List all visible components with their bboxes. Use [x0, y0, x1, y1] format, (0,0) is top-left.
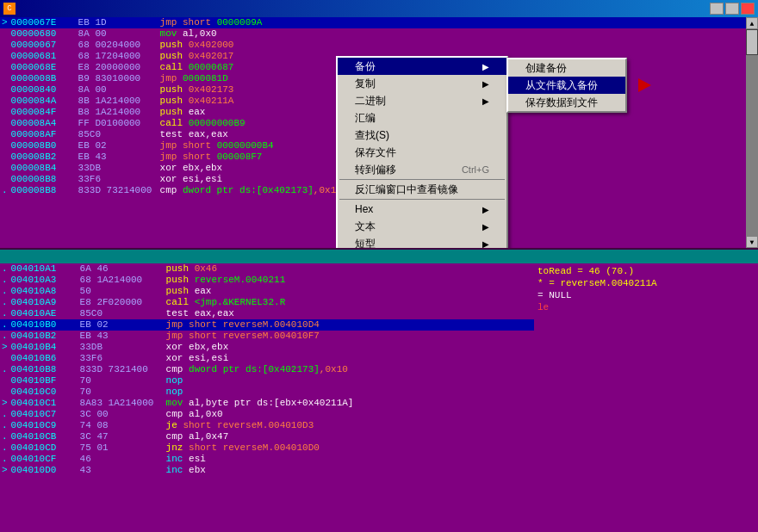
scroll-down-button[interactable]: ▼	[746, 236, 758, 248]
scroll-up-button[interactable]: ▲	[746, 17, 758, 29]
table-row[interactable]: . 004010CD 75 01 jnz short reverseM.0040…	[0, 442, 534, 454]
table-row[interactable]: > 004010B4 33DB xor ebx,ebx	[0, 342, 534, 353]
table-row[interactable]: 004010C0 70 nop	[0, 387, 534, 398]
context-menu[interactable]: 备份▶创建备份从文件载入备份保存数据到文件复制▶二进制▶汇编查找(S)保存文件转…	[336, 56, 508, 250]
table-row[interactable]: . 004010B2 EB 43 jmp short reverseM.0040…	[0, 331, 534, 342]
submenu-item-从文件载入备份[interactable]: 从文件载入备份	[508, 77, 625, 94]
row-addr: 0000068E	[9, 62, 77, 73]
maximize-button[interactable]	[725, 3, 739, 15]
row-arrow	[0, 107, 9, 118]
table-row[interactable]: > 0000067E EB 1D jmp short 0000009A	[0, 17, 758, 28]
top-scrollbar[interactable]: ▲ ▼	[746, 17, 758, 248]
row-bytes: 6A 46	[78, 263, 165, 275]
menu-item-保存文件[interactable]: 保存文件	[338, 144, 506, 161]
submenu-item-创建备份[interactable]: 创建备份	[508, 59, 625, 77]
table-row[interactable]: 00000067 68 00204000 push 0x402000	[0, 40, 758, 51]
table-row[interactable]: > 004010D0 43 inc ebx	[0, 465, 534, 476]
table-row[interactable]: . 004010B8 833D 7321400 cmp dword ptr ds…	[0, 364, 534, 375]
scroll-thumb[interactable]	[746, 29, 758, 55]
menu-item-label: 二进制	[355, 94, 386, 108]
row-bytes: 74 08	[78, 420, 165, 431]
menu-item-label: 汇编	[355, 111, 376, 126]
row-addr: 000008AF	[9, 129, 77, 140]
row-arrow	[0, 28, 9, 40]
row-arrow	[0, 152, 9, 163]
scroll-track[interactable]	[746, 29, 758, 236]
menu-shortcut: Ctrl+G	[462, 164, 489, 175]
row-addr: 004010C1	[9, 398, 78, 409]
row-asm: mov al,0x0	[158, 28, 758, 40]
submenu-arrow-icon: ▶	[482, 222, 489, 232]
table-row[interactable]: 00000680 8A 00 mov al,0x0	[0, 28, 758, 40]
minimize-button[interactable]	[710, 3, 724, 15]
row-addr: 0000084A	[9, 96, 77, 107]
table-row[interactable]: . 004010B0 EB 02 jmp short reverseM.0040…	[0, 319, 534, 331]
menu-item-短型[interactable]: 短型▶	[338, 235, 506, 250]
menu-item-文本[interactable]: 文本▶	[338, 218, 506, 235]
menu-item-备份[interactable]: 备份▶创建备份从文件载入备份保存数据到文件	[338, 58, 506, 75]
menu-item-汇编[interactable]: 汇编	[338, 109, 506, 127]
row-asm: inc esi	[165, 454, 534, 465]
menu-item-label: 反汇编窗口中查看镜像	[355, 182, 458, 197]
top-disasm-panel[interactable]: > 0000067E EB 1D jmp short 0000009A 0000…	[0, 17, 758, 250]
row-bytes: 8A83 1A214000	[78, 398, 165, 409]
submenu-item-保存数据到文件[interactable]: 保存数据到文件	[508, 94, 625, 111]
row-bytes: 833D 7321400	[78, 364, 165, 375]
menu-item-label: 查找(S)	[355, 128, 389, 143]
row-arrow	[0, 84, 9, 96]
row-addr: 004010AE	[9, 308, 78, 319]
row-bytes: 85C0	[78, 308, 165, 319]
table-row[interactable]: . 004010C9 74 08 je short reverseM.00401…	[0, 420, 534, 431]
row-arrow: .	[0, 331, 9, 342]
row-asm: call <jmp.&KERNEL32.R	[165, 297, 534, 308]
row-bytes: EB 02	[78, 319, 165, 331]
row-addr: 004010C7	[9, 409, 78, 420]
menu-item-反汇编窗口中查看镜像[interactable]: 反汇编窗口中查看镜像	[338, 181, 506, 198]
row-addr: 00000681	[9, 51, 77, 62]
row-bytes: E8 20000000	[77, 62, 158, 73]
menu-item-查找(S)[interactable]: 查找(S)	[338, 127, 506, 144]
table-row[interactable]: . 004010A1 6A 46 push 0x46	[0, 263, 534, 275]
table-row[interactable]: 004010B6 33F6 xor esi,esi	[0, 353, 534, 364]
menu-item-复制[interactable]: 复制▶	[338, 75, 506, 92]
menu-item-二进制[interactable]: 二进制▶	[338, 92, 506, 109]
row-addr: 004010C0	[9, 387, 78, 398]
row-arrow: .	[0, 409, 9, 420]
row-asm: test eax,eax	[165, 308, 534, 319]
table-row[interactable]: . 004010CB 3C 47 cmp al,0x47	[0, 431, 534, 442]
table-row[interactable]: > 004010C1 8A83 1A214000 mov al,byte ptr…	[0, 398, 534, 409]
row-bytes: B8 1A214000	[77, 107, 158, 118]
menu-item-Hex[interactable]: Hex▶	[338, 201, 506, 218]
menu-item-label: 短型	[355, 237, 376, 251]
main-area: > 0000067E EB 1D jmp short 0000009A 0000…	[0, 17, 758, 532]
row-arrow	[0, 375, 9, 387]
table-row[interactable]: . 004010C7 3C 00 cmp al,0x0	[0, 409, 534, 420]
row-addr: 004010B4	[9, 342, 78, 353]
row-asm: jmp short reverseM.004010F7	[165, 331, 534, 342]
table-row[interactable]: . 004010A9 E8 2F020000 call <jmp.&KERNEL…	[0, 297, 534, 308]
row-addr: 004010CF	[9, 454, 78, 465]
bottom-disasm-left[interactable]: . 004010A1 6A 46 push 0x46 . 004010A3 68…	[0, 263, 534, 532]
row-bytes: 3C 00	[78, 409, 165, 420]
row-bytes: 33DB	[78, 342, 165, 353]
row-addr: 004010A1	[9, 263, 78, 275]
row-addr: 004010B2	[9, 331, 78, 342]
table-row[interactable]: . 004010AE 85C0 test eax,eax	[0, 308, 534, 319]
submenu-backup[interactable]: 创建备份从文件载入备份保存数据到文件	[506, 58, 627, 113]
table-row[interactable]: 004010BF 70 nop	[0, 375, 534, 387]
table-row[interactable]: . 004010A3 68 1A214000 push reverseM.004…	[0, 275, 534, 286]
row-arrow	[0, 118, 9, 129]
menu-item-转到偏移[interactable]: 转到偏移Ctrl+G	[338, 161, 506, 178]
table-row[interactable]: . 004010CF 46 inc esi	[0, 454, 534, 465]
row-asm: nop	[165, 375, 534, 387]
row-asm: cmp dword ptr ds:[0x402173],0x10	[165, 364, 534, 375]
row-bytes: 8A 00	[77, 28, 158, 40]
row-arrow: .	[0, 431, 9, 442]
table-row[interactable]: . 004010A8 50 push eax	[0, 286, 534, 297]
row-addr: 000008B0	[9, 140, 77, 152]
bottom-disasm-area[interactable]: . 004010A1 6A 46 push 0x46 . 004010A3 68…	[0, 263, 758, 532]
row-bytes: EB 02	[77, 140, 158, 152]
row-arrow	[0, 62, 9, 73]
close-button[interactable]	[741, 3, 755, 15]
row-arrow: .	[0, 308, 9, 319]
